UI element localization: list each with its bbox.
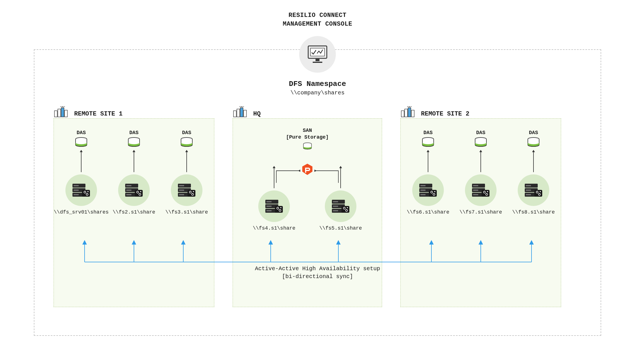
svg-point-94 xyxy=(487,191,488,192)
svg-rect-91 xyxy=(482,190,490,197)
svg-rect-64 xyxy=(341,206,349,213)
server-node: \\fs5.s1\share xyxy=(315,165,366,231)
server-circle xyxy=(258,190,290,222)
server-icon xyxy=(525,184,542,197)
arrow-up-icon xyxy=(186,150,187,172)
svg-rect-45 xyxy=(244,110,246,117)
svg-rect-43 xyxy=(237,109,240,117)
svg-rect-68 xyxy=(401,111,404,117)
svg-rect-16 xyxy=(82,190,90,197)
arrow-up-icon xyxy=(81,150,81,172)
svg-rect-38 xyxy=(188,190,195,197)
server-icon xyxy=(419,184,437,197)
svg-rect-2 xyxy=(316,59,319,61)
server-icon xyxy=(178,184,195,197)
das-label: DAS xyxy=(129,130,138,136)
server-circle xyxy=(465,174,497,206)
disk-icon xyxy=(422,137,435,149)
server-icon xyxy=(332,200,349,213)
svg-rect-1 xyxy=(310,48,325,56)
arrow-up-icon xyxy=(340,166,341,188)
svg-point-67 xyxy=(347,207,348,208)
console-title-line2: MANAGEMENT CONSOLE xyxy=(283,20,352,29)
svg-rect-100 xyxy=(526,190,531,191)
svg-rect-62 xyxy=(333,206,338,207)
server-circle xyxy=(325,190,356,222)
share-path: \\dfs_srv01\shares xyxy=(54,209,109,215)
sync-caption: Active-Active High Availability setup [b… xyxy=(255,265,380,281)
console-title: RESILIO CONNECT MANAGEMENT CONSOLE xyxy=(283,11,352,29)
share-path: \\fs3.s1\share xyxy=(165,209,208,215)
server-icon xyxy=(472,184,490,197)
server-icon xyxy=(72,184,90,197)
dfs-namespace-title: DFS Namespace xyxy=(289,79,346,89)
share-path: \\fs5.s1\share xyxy=(319,225,362,231)
das-label: DAS xyxy=(182,130,191,136)
dfs-namespace-path: \\company\shares xyxy=(289,89,346,97)
svg-rect-79 xyxy=(420,194,425,195)
svg-rect-101 xyxy=(526,194,531,195)
server-node: DAS \\fs6.s1\share xyxy=(403,130,453,215)
city-icon xyxy=(233,106,250,117)
svg-rect-42 xyxy=(233,111,236,117)
svg-rect-77 xyxy=(420,185,425,186)
share-path: \\fs2.s1\share xyxy=(113,209,155,215)
svg-rect-99 xyxy=(526,185,531,186)
san-block: SAN [Pure Storage] xyxy=(286,127,328,153)
server-circle xyxy=(171,174,202,206)
svg-rect-54 xyxy=(275,206,283,213)
share-path: \\fs7.s1\share xyxy=(459,209,502,215)
disk-icon xyxy=(180,137,193,149)
das-label: DAS xyxy=(424,130,433,136)
disk-icon xyxy=(75,137,88,149)
svg-rect-26 xyxy=(126,194,131,195)
san-line2: [Pure Storage] xyxy=(286,134,328,141)
svg-rect-27 xyxy=(135,190,143,197)
site-hq-text: HQ xyxy=(253,110,261,117)
das-label: DAS xyxy=(529,130,538,136)
svg-rect-3 xyxy=(313,62,322,63)
svg-point-30 xyxy=(140,191,141,192)
server-icon xyxy=(125,184,143,197)
svg-rect-71 xyxy=(411,110,414,117)
svg-rect-5 xyxy=(58,109,61,117)
svg-rect-80 xyxy=(429,190,437,197)
svg-rect-63 xyxy=(333,210,338,211)
share-path: \\fs6.s1\share xyxy=(407,209,449,215)
svg-rect-37 xyxy=(179,194,184,195)
arrow-up-icon xyxy=(428,150,428,172)
dfs-namespace-block: DFS Namespace \\company\shares xyxy=(289,79,346,97)
svg-rect-6 xyxy=(61,108,64,117)
svg-rect-52 xyxy=(266,206,272,207)
svg-rect-36 xyxy=(179,190,184,191)
disk-icon xyxy=(474,137,487,149)
svg-point-57 xyxy=(280,207,281,208)
svg-rect-13 xyxy=(74,185,79,186)
server-node: DAS \\fs7.s1\share xyxy=(455,130,506,215)
svg-point-83 xyxy=(434,191,435,192)
server-circle xyxy=(412,174,444,206)
console-icon xyxy=(299,36,336,73)
svg-rect-24 xyxy=(126,185,131,186)
server-node: DAS \\fs8.s1\share xyxy=(508,130,559,215)
svg-point-41 xyxy=(193,191,194,192)
server-node: DAS \\fs2.s1\share xyxy=(109,130,159,215)
sync-caption-line1: Active-Active High Availability setup xyxy=(255,265,380,273)
server-icon xyxy=(265,200,283,213)
server-circle xyxy=(518,174,549,206)
arrow-up-icon xyxy=(134,150,134,172)
svg-point-105 xyxy=(540,191,541,192)
arrow-up-icon xyxy=(480,150,481,172)
server-circle xyxy=(65,174,97,206)
san-line1: SAN xyxy=(286,127,328,134)
svg-rect-89 xyxy=(473,190,478,191)
svg-rect-4 xyxy=(54,111,57,117)
server-node: DAS \\fs3.s1\share xyxy=(161,130,212,215)
arrow-up-icon xyxy=(274,166,274,188)
svg-point-19 xyxy=(87,191,89,192)
disk-icon xyxy=(527,137,540,149)
site-remote-1: REMOTE SITE 1 DAS \\dfs_srv01\shares DAS… xyxy=(54,118,214,307)
svg-rect-15 xyxy=(74,194,79,195)
share-path: \\fs4.s1\share xyxy=(253,225,295,231)
server-node: \\fs4.s1\share xyxy=(249,165,299,231)
